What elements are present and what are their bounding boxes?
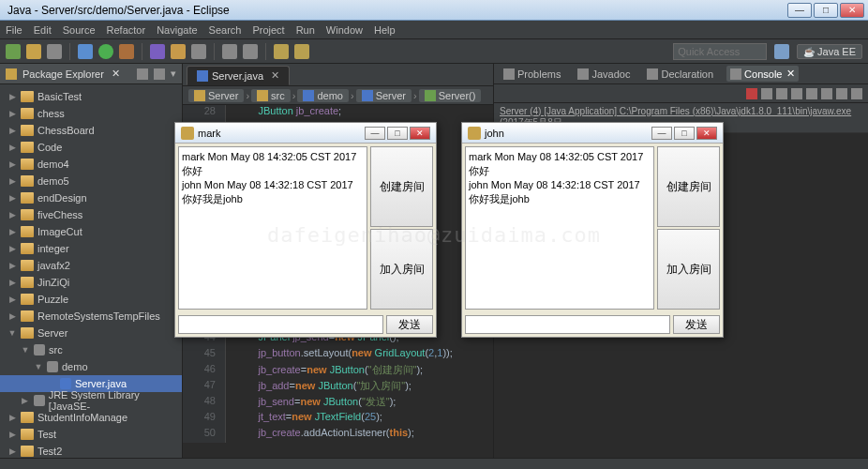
save-icon[interactable] (26, 44, 41, 59)
clear-console-icon[interactable] (791, 88, 802, 99)
close-button[interactable]: ✕ (696, 127, 717, 140)
maximize-button[interactable]: □ (387, 127, 408, 140)
console-toolbar (494, 84, 868, 103)
new-icon[interactable] (6, 44, 21, 59)
close-tab-icon[interactable]: ✕ (271, 69, 279, 82)
remove-launch-icon[interactable] (761, 88, 772, 99)
open-console-icon[interactable] (851, 88, 862, 99)
link-editor-icon[interactable] (154, 68, 165, 80)
menu-refactor[interactable]: Refactor (107, 24, 146, 36)
tree-item-puzzle[interactable]: ▶Puzzle (0, 291, 182, 308)
tree-item-src[interactable]: ▼src (0, 341, 182, 358)
chat-window-mark: mark — □ ✕ mark Mon May 08 14:32:05 CST … (174, 122, 437, 338)
tree-item-chessboard[interactable]: ▶ChessBoard (0, 122, 182, 139)
breadcrumb-item[interactable]: Server (188, 89, 244, 102)
view-tab-problems[interactable]: Problems (500, 67, 564, 82)
send-button[interactable]: 发送 (673, 315, 720, 334)
tree-item-javafx2[interactable]: ▶javafx2 (0, 257, 182, 274)
tree-item-demo5[interactable]: ▶demo5 (0, 173, 182, 189)
minimize-button[interactable]: — (787, 3, 812, 18)
menu-source[interactable]: Source (63, 24, 96, 36)
tree-item-integer[interactable]: ▶integer (0, 240, 182, 257)
back-icon[interactable] (274, 44, 289, 59)
tree-item-jinziqi[interactable]: ▶JinZiQi (0, 274, 182, 291)
search-icon[interactable] (222, 44, 237, 59)
create-room-button[interactable]: 创建房间 (370, 146, 433, 227)
tree-item-fivechess[interactable]: ▶fiveChess (0, 206, 182, 223)
tree-item-enddesign[interactable]: ▶endDesign (0, 189, 182, 206)
view-tab-javadoc[interactable]: Javadoc (574, 67, 634, 82)
scroll-lock-icon[interactable] (806, 88, 817, 99)
tree-item-code[interactable]: ▶Code (0, 139, 182, 156)
display-console-icon[interactable] (836, 88, 847, 99)
tree-item-remotesystemstempfiles[interactable]: ▶RemoteSystemsTempFiles (0, 308, 182, 325)
new-package-icon[interactable] (150, 44, 165, 59)
tree-item-demo4[interactable]: ▶demo4 (0, 156, 182, 173)
open-type-icon[interactable] (191, 44, 206, 59)
menu-edit[interactable]: Edit (34, 24, 52, 36)
create-room-button[interactable]: 创建房间 (657, 146, 720, 227)
chat-input[interactable] (178, 315, 383, 334)
forward-icon[interactable] (294, 44, 309, 59)
folder-icon (21, 142, 34, 153)
view-tab-declaration[interactable]: Declaration (643, 67, 717, 82)
tree-item-demo[interactable]: ▼demo (0, 358, 182, 375)
close-button[interactable]: ✕ (410, 127, 430, 140)
collapse-all-icon[interactable] (137, 68, 148, 80)
terminate-icon[interactable] (746, 88, 757, 99)
folder-icon (21, 192, 34, 204)
close-view-icon[interactable]: ✕ (112, 68, 120, 80)
breadcrumb-item[interactable]: Server() (419, 89, 482, 102)
breadcrumb-item[interactable]: demo (297, 89, 349, 102)
chat-input[interactable] (465, 315, 670, 334)
tree-item-imagecut[interactable]: ▶ImageCut (0, 223, 182, 240)
toggle-mark-icon[interactable] (243, 44, 258, 59)
debug-icon[interactable] (78, 44, 93, 59)
tree-item-basictest[interactable]: ▶BasicTest (0, 88, 182, 105)
tree-item-test2[interactable]: ▶Test2 (0, 443, 182, 458)
run-icon[interactable] (98, 44, 113, 59)
chat-titlebar[interactable]: mark — □ ✕ (175, 123, 436, 144)
folder-icon (21, 125, 34, 136)
breadcrumb-item[interactable]: src (251, 89, 291, 102)
tree-item-server[interactable]: ▼Server (0, 325, 182, 341)
perspective-button[interactable]: ☕ Java EE (797, 44, 862, 59)
menu-run[interactable]: Run (296, 24, 315, 36)
remove-all-icon[interactable] (776, 88, 787, 99)
menu-navigate[interactable]: Navigate (157, 24, 197, 36)
maximize-button[interactable]: □ (674, 127, 695, 140)
open-perspective-icon[interactable] (774, 44, 789, 59)
view-menu-icon[interactable]: ▾ (171, 68, 176, 80)
maximize-button[interactable]: □ (814, 3, 838, 18)
external-tools-icon[interactable] (119, 44, 134, 59)
view-tab-console[interactable]: Console ✕ (726, 66, 799, 82)
join-room-button[interactable]: 加入房间 (657, 229, 720, 310)
editor-tab-server-java[interactable]: Server.java ✕ (187, 66, 290, 85)
tree-item-jre-system-library-javase-[interactable]: ▶JRE System Library [JavaSE- (0, 392, 182, 409)
menu-search[interactable]: Search (209, 24, 242, 36)
separator (265, 43, 266, 60)
minimize-button[interactable]: — (365, 127, 385, 140)
chat-titlebar[interactable]: john — □ ✕ (462, 123, 723, 144)
send-button[interactable]: 发送 (386, 315, 433, 334)
menu-project[interactable]: Project (252, 24, 284, 36)
minimize-button[interactable]: — (651, 127, 672, 140)
new-class-icon[interactable] (171, 44, 186, 59)
tree-item-test[interactable]: ▶Test (0, 426, 182, 443)
folder-icon (21, 260, 34, 271)
save-all-icon[interactable] (47, 44, 62, 59)
quick-access-input[interactable] (673, 43, 767, 60)
pin-console-icon[interactable] (821, 88, 832, 99)
join-room-button[interactable]: 加入房间 (370, 229, 433, 310)
tree-item-chess[interactable]: ▶chess (0, 105, 182, 122)
chat-log[interactable]: mark Mon May 08 14:32:05 CST 2017你好john … (178, 146, 367, 310)
chat-log[interactable]: mark Mon May 08 14:32:05 CST 2017你好john … (465, 146, 654, 310)
package-explorer-tree[interactable]: ▶BasicTest▶chess▶ChessBoard▶Code▶demo4▶d… (0, 84, 182, 458)
menu-help[interactable]: Help (374, 24, 396, 36)
package-explorer-icon (6, 68, 17, 80)
menu-file[interactable]: File (6, 24, 22, 36)
java-icon (60, 378, 71, 389)
close-button[interactable]: ✕ (840, 3, 864, 18)
menu-window[interactable]: Window (326, 24, 363, 36)
breadcrumb-item[interactable]: Server (356, 89, 412, 102)
